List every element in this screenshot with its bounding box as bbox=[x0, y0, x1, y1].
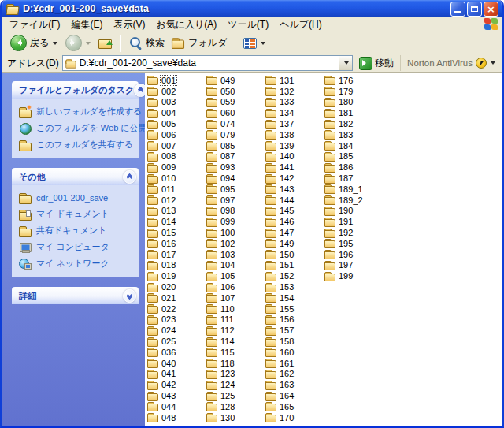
folder-item[interactable]: 099 bbox=[206, 216, 265, 227]
folder-item[interactable]: 158 bbox=[265, 336, 324, 347]
folder-item[interactable]: 195 bbox=[324, 238, 384, 249]
folder-item[interactable]: 003 bbox=[147, 97, 206, 108]
folder-item[interactable]: 011 bbox=[147, 184, 206, 195]
folder-item[interactable]: 160 bbox=[265, 347, 324, 358]
folder-item[interactable]: 155 bbox=[265, 303, 324, 314]
address-combobox[interactable]: D:¥cdr_001-200_save¥data bbox=[62, 55, 353, 71]
folder-item[interactable]: 050 bbox=[206, 86, 265, 97]
folder-item[interactable]: 140 bbox=[265, 151, 324, 162]
close-button[interactable]: × bbox=[484, 2, 498, 17]
folder-item[interactable]: 044 bbox=[147, 401, 206, 412]
folder-item[interactable]: 144 bbox=[265, 195, 324, 206]
folder-item[interactable]: 176 bbox=[324, 75, 384, 86]
folder-item[interactable]: 018 bbox=[147, 260, 206, 271]
folder-item[interactable]: 143 bbox=[265, 184, 324, 195]
folder-item[interactable]: 112 bbox=[206, 325, 265, 336]
folder-item[interactable]: 010 bbox=[147, 173, 206, 184]
folder-item[interactable]: 179 bbox=[324, 86, 384, 97]
folder-item[interactable]: 048 bbox=[147, 412, 206, 423]
collapse-chevron-icon[interactable] bbox=[123, 170, 136, 184]
folder-item[interactable]: 025 bbox=[147, 336, 206, 347]
folder-item[interactable]: 146 bbox=[265, 216, 324, 227]
folder-item[interactable]: 110 bbox=[206, 303, 265, 314]
views-button[interactable] bbox=[240, 36, 269, 50]
folder-item[interactable]: 111 bbox=[206, 314, 265, 326]
folder-item[interactable]: 015 bbox=[147, 227, 206, 238]
folder-item[interactable]: 196 bbox=[324, 249, 384, 260]
folder-item[interactable]: 153 bbox=[265, 281, 324, 292]
folder-item[interactable]: 165 bbox=[265, 401, 324, 412]
folder-item[interactable]: 019 bbox=[147, 270, 206, 281]
folder-item[interactable]: 060 bbox=[206, 107, 265, 118]
forward-button[interactable] bbox=[62, 33, 94, 53]
sidebar-item-my-computer[interactable]: マイ コンピュータ bbox=[19, 241, 135, 253]
folder-item[interactable]: 197 bbox=[324, 260, 384, 271]
sidebar-item-share-folder[interactable]: このフォルダを共有する bbox=[19, 139, 135, 151]
folder-item[interactable]: 107 bbox=[206, 292, 265, 303]
folder-item[interactable]: 041 bbox=[147, 369, 206, 380]
folder-item[interactable]: 163 bbox=[265, 379, 324, 390]
folder-item[interactable]: 013 bbox=[147, 206, 206, 217]
folder-item[interactable]: 079 bbox=[206, 129, 265, 140]
sidebar-item-create-new-folder[interactable]: 新しいフォルダを作成する bbox=[19, 106, 135, 117]
folder-item[interactable]: 142 bbox=[265, 173, 324, 184]
sidebar-item-parent-folder[interactable]: cdr_001-200_save bbox=[19, 192, 135, 203]
folder-item[interactable]: 004 bbox=[147, 107, 206, 118]
folder-item[interactable]: 186 bbox=[324, 162, 384, 173]
folder-item[interactable]: 149 bbox=[265, 238, 324, 249]
folder-item[interactable]: 181 bbox=[324, 107, 384, 118]
folder-item[interactable]: 132 bbox=[265, 86, 324, 97]
folder-item[interactable]: 104 bbox=[206, 260, 265, 271]
folder-item[interactable]: 157 bbox=[265, 325, 324, 336]
folder-item[interactable]: 093 bbox=[206, 162, 265, 173]
go-button[interactable]: 移動 bbox=[356, 56, 397, 71]
folder-item[interactable]: 123 bbox=[206, 369, 265, 380]
folder-item[interactable]: 131 bbox=[265, 75, 324, 86]
folder-item[interactable]: 114 bbox=[206, 336, 265, 347]
folder-item[interactable]: 189_2 bbox=[324, 195, 384, 206]
folder-item[interactable]: 124 bbox=[206, 379, 265, 390]
folder-item[interactable]: 001 bbox=[147, 75, 206, 86]
maximize-button[interactable] bbox=[467, 2, 482, 17]
folder-item[interactable]: 043 bbox=[147, 390, 206, 401]
folder-item[interactable]: 009 bbox=[147, 162, 206, 173]
folder-item[interactable]: 085 bbox=[206, 140, 265, 151]
folder-item[interactable]: 192 bbox=[324, 227, 384, 238]
search-button[interactable]: 検索 bbox=[126, 35, 168, 51]
folder-item[interactable]: 139 bbox=[265, 140, 324, 151]
collapse-chevron-icon[interactable] bbox=[134, 84, 145, 97]
address-dropdown-button[interactable] bbox=[339, 56, 352, 70]
folder-item[interactable]: 106 bbox=[206, 281, 265, 292]
address-input[interactable]: D:¥cdr_001-200_save¥data bbox=[80, 58, 339, 69]
folder-item[interactable]: 021 bbox=[147, 292, 206, 303]
folder-item[interactable]: 007 bbox=[147, 140, 206, 151]
folder-item[interactable]: 074 bbox=[206, 118, 265, 129]
back-button[interactable]: 戻る bbox=[7, 33, 61, 53]
folder-item[interactable]: 183 bbox=[324, 129, 384, 140]
folder-item[interactable]: 020 bbox=[147, 281, 206, 292]
menu-edit[interactable]: 編集(E) bbox=[65, 17, 108, 32]
sidebar-item-shared-documents[interactable]: 共有ドキュメント bbox=[19, 225, 135, 236]
folder-item[interactable]: 017 bbox=[147, 249, 206, 260]
folder-item[interactable]: 016 bbox=[147, 238, 206, 249]
folder-item[interactable]: 008 bbox=[147, 151, 206, 162]
menu-favorites[interactable]: お気に入り(A) bbox=[150, 17, 222, 32]
folder-item[interactable]: 036 bbox=[147, 347, 206, 358]
minimize-button[interactable] bbox=[450, 2, 465, 17]
folder-item[interactable]: 141 bbox=[265, 162, 324, 173]
folder-item[interactable]: 154 bbox=[265, 292, 324, 303]
folder-item[interactable]: 103 bbox=[206, 249, 265, 260]
menu-tools[interactable]: ツール(T) bbox=[222, 17, 274, 32]
folder-item[interactable]: 023 bbox=[147, 314, 206, 326]
folder-item[interactable]: 191 bbox=[324, 216, 384, 227]
folder-item[interactable]: 130 bbox=[206, 412, 265, 423]
folder-item[interactable]: 087 bbox=[206, 151, 265, 162]
sidebar-item-publish-to-web[interactable]: このフォルダを Web に公開する bbox=[19, 122, 135, 134]
folder-item[interactable]: 185 bbox=[324, 151, 384, 162]
folder-item[interactable]: 022 bbox=[147, 303, 206, 314]
folder-item[interactable]: 012 bbox=[147, 195, 206, 206]
folder-item[interactable]: 095 bbox=[206, 184, 265, 195]
folder-item[interactable]: 152 bbox=[265, 270, 324, 281]
folder-list[interactable]: 0010020030040050060070080090100110120130… bbox=[145, 73, 502, 426]
folder-item[interactable]: 133 bbox=[265, 97, 324, 108]
